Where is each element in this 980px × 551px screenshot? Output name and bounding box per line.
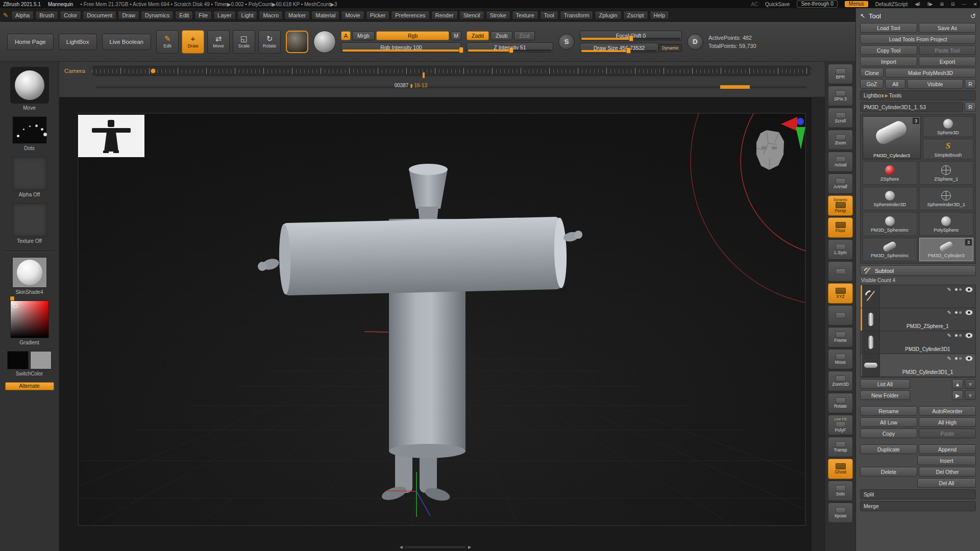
split-section-bar[interactable]: Split [860,489,976,499]
polypaint-toggle-icon[interactable] [955,288,958,291]
timeline-ruler[interactable] [91,66,812,76]
tool-slot[interactable]: Sphereinder3D [863,187,917,210]
color-picker[interactable] [10,300,49,338]
visible-count[interactable]: Visible Count 4 [860,278,976,283]
paste-tool-button[interactable]: Paste Tool [919,45,976,55]
layout-icon[interactable]: ⊞ [940,0,944,8]
right-shelf-button[interactable]: Line Fill PolyF [828,415,853,435]
right-shelf-button[interactable]: Scroll [828,108,853,128]
scrollbar-track[interactable] [405,546,466,548]
subtool-thumbnail[interactable] [862,331,880,354]
dynamic-toggle[interactable]: Dynamic [659,44,682,52]
canvas-h-scrollbar[interactable]: ◀ ▶ [400,545,471,549]
lightbox-button[interactable]: LightBox [59,34,97,50]
duplicate-button[interactable]: Duplicate [860,444,917,454]
menu-item[interactable]: Brush [35,11,58,20]
paint-subtool-icon[interactable]: ✎ [947,333,951,338]
right-shelf-button[interactable]: Xpose [828,503,853,523]
new-folder-button[interactable]: New Folder [860,390,910,400]
right-shelf-button[interactable]: Rotate [828,393,853,413]
current-tool-thumbnail[interactable]: 3 PM3D_Cylinder3 [863,116,921,159]
close-icon[interactable]: × [974,0,977,8]
menu-item[interactable]: Stroke [486,11,510,20]
right-shelf-button[interactable]: Zoom [828,130,853,150]
export-button[interactable]: Export [919,57,976,66]
menu-item[interactable]: Marker [284,11,310,20]
clone-button[interactable]: Clone [860,68,884,78]
menu-item[interactable]: Picker [366,11,390,20]
menu-item[interactable]: Texture [512,11,538,20]
menu-item[interactable]: Stencil [459,11,484,20]
menu-item[interactable]: Render [431,11,458,20]
goz-r-button[interactable]: R [965,79,976,89]
load-tool-button[interactable]: Load Tool [860,23,917,33]
menu-item[interactable]: Zscript [623,11,648,20]
copy-subtool-button[interactable]: Copy [860,429,917,438]
stroke-thumbnail[interactable] [12,116,47,144]
focal-shift-slider[interactable]: Focal Shift 0 [580,31,682,41]
default-zscript-button[interactable]: DefaultZScript [875,2,908,7]
folder-out-button[interactable]: ▶ [952,390,963,400]
tool-slot[interactable]: Sphereinder3D_1 [919,187,974,210]
subtool-row[interactable]: ✎ PM3D_ZSphere_1 [861,308,975,331]
main-color-swatch[interactable] [7,351,29,369]
tool-slot[interactable]: PolySphere [919,212,974,236]
menu-item[interactable]: Layer [213,11,236,20]
right-shelf-button[interactable]: Zoom3D [828,371,853,391]
paint-subtool-icon[interactable]: ✎ [947,310,951,315]
dock-right-icon[interactable]: ‖▶ [927,0,933,8]
subtool-thumbnail[interactable] [862,285,880,308]
menu-item[interactable]: Light [237,11,258,20]
current-tool-r-button[interactable]: R [965,102,976,112]
tool-slot[interactable]: ZSphere_1 [919,161,974,185]
slider-knob[interactable] [629,35,633,41]
right-shelf-button[interactable]: Move [828,349,853,369]
list-all-button[interactable]: List All [860,379,910,389]
right-shelf-button[interactable]: Solo [828,481,853,501]
import-button[interactable]: Import [860,57,917,66]
folder-in-button[interactable]: ▼ [965,390,976,400]
right-shelf-button[interactable]: XYZ [828,283,853,304]
z-intensity-slider[interactable]: Z Intensity 51 [467,42,553,53]
right-shelf-button[interactable]: AAHalf [828,173,853,194]
menu-item[interactable]: File [194,11,212,20]
mrgb-button[interactable]: Mrgb [352,31,375,40]
minimize-icon[interactable]: — [962,0,967,8]
right-shelf-button[interactable]: Ghost [828,459,853,479]
right-shelf-button[interactable]: BPR [828,64,853,84]
dock-left-icon[interactable]: ◀‖ [915,0,920,8]
tool-slot[interactable]: PM3D_Sphereinc [863,212,917,236]
lightbox-tools-bar[interactable]: Lightbox ▶ Tools [860,90,976,101]
stroke-type-icon[interactable]: S [558,34,575,50]
menu-item[interactable]: Zplugin [595,11,621,20]
camera-label[interactable]: Camera [64,68,85,74]
m-button[interactable]: M [451,31,461,40]
tool-slot[interactable]: Sphere3D [923,116,973,137]
menu-item[interactable]: Macro [259,11,283,20]
alternate-button[interactable]: Alternate [5,382,54,390]
goz-visible-button[interactable]: Visible [907,79,963,89]
scroll-left-icon[interactable]: ◀ [400,545,403,549]
all-low-button[interactable]: All Low [860,417,917,427]
all-high-button[interactable]: All High [919,417,976,427]
mode-button[interactable]: ⇄ Move [207,30,230,54]
polypaint-toggle-icon[interactable] [955,311,958,314]
tool-slot[interactable]: SimpleBrush [923,139,973,159]
delete-button[interactable]: Delete [860,467,917,477]
document-thumbnail[interactable] [78,115,144,157]
menu-item[interactable]: Dynamics [141,11,174,20]
tool-slot[interactable]: 3 PM3D_Cylinder3 [919,238,974,261]
see-through-slider[interactable]: See-through 0 [797,1,837,8]
subtool-row[interactable]: ✎ [861,285,975,308]
secondary-color-swatch[interactable] [30,351,52,369]
menu-item[interactable]: Movie [341,11,364,20]
menu-item[interactable]: Draw [118,11,139,20]
visibility-eye-icon[interactable] [965,333,973,338]
material-sphere-thumbnail[interactable] [313,31,336,53]
move-subtool-down-button[interactable]: ▼ [965,379,976,389]
polypaint-toggle-icon[interactable] [955,357,958,360]
menu-item[interactable]: Color [60,11,81,20]
right-shelf-button[interactable]: Actual [828,152,853,172]
mode-button[interactable]: + Draw [182,30,204,54]
paint-subtool-icon[interactable]: ✎ [947,356,951,361]
